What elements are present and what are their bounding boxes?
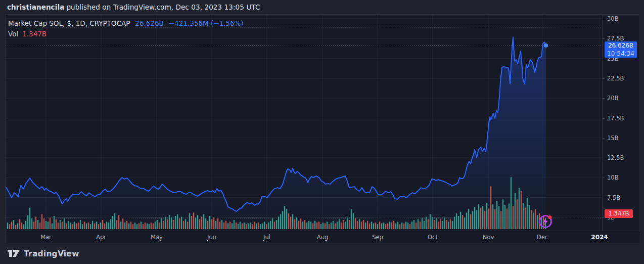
price-tick-label: 15B [607,135,619,142]
tradingview-brand-text[interactable]: TradingView [24,249,79,258]
price-tick-mark [603,158,605,158]
price-tick-label: 22.5B [607,75,624,82]
time-tick-label: Jun [207,234,216,241]
time-tick-label: May [151,234,163,241]
price-tick-mark [603,198,605,198]
publish-bar: christianencila published on TradingView… [0,0,644,14]
price-tick-mark [603,38,605,39]
volume-value: 1.347B [22,29,47,39]
time-tick-label: Apr [96,234,106,241]
price-tick-mark [603,59,605,59]
time-tick-label: Nov [483,234,494,241]
symbol-title: Market Cap SOL, $, 1D, CRYPTOCAP [8,19,130,28]
lightning-icon [535,211,556,232]
price-tick-mark [603,19,605,19]
symbol-change: −421.356M (−1.56%) [169,19,244,28]
price-tick-mark [603,178,605,178]
volume-badge: 1.347B [605,209,633,218]
price-tick-label: 12.5B [607,154,624,161]
price-tick-mark [603,78,605,79]
legend-volume-row[interactable]: Vol 1.347B [8,29,244,39]
price-tick-label: 30B [607,15,619,22]
tradingview-logo-icon[interactable] [7,249,20,258]
publish-author: christianencila [7,3,64,11]
current-price-badge: 26.626B 10:54:34 [605,41,637,58]
time-tick-label: Oct [428,234,438,241]
price-tick-label: 17.5B [607,115,624,122]
price-axis[interactable]: 26.626B 10:54:34 1.347B 30B27.5B25B22.5B… [602,15,639,231]
volume-label: Vol [8,29,18,39]
bar-countdown: 10:54:34 [605,50,637,58]
flash-marker-button[interactable] [535,211,556,232]
price-tick-label: 10B [607,174,619,181]
symbol-value: 26.626B [135,19,164,28]
price-tick-mark [603,138,605,139]
price-tick-label: 7.5B [607,194,620,201]
time-tick-label: Aug [317,234,328,241]
time-tick-label: Dec [537,234,548,241]
time-tick-label: Mar [40,234,52,241]
price-tick-label: 20B [607,95,619,102]
chart-plot-area[interactable]: Market Cap SOL, $, 1D, CRYPTOCAP 26.626B… [6,15,602,231]
chart-legend: Market Cap SOL, $, 1D, CRYPTOCAP 26.626B… [8,19,244,39]
current-price-value: 26.626B [605,41,637,50]
time-axis[interactable]: MarAprMayJunJulAugSepOctNovDec2024 [6,231,639,243]
time-tick-label: Jul [263,234,270,241]
legend-symbol-row[interactable]: Market Cap SOL, $, 1D, CRYPTOCAP 26.626B… [8,19,244,28]
price-chart-canvas[interactable] [6,15,602,231]
time-tick-label: Sep [372,234,383,241]
brand-bar: TradingView [0,243,644,264]
publish-text: published on TradingView.com, Dec 03, 20… [66,3,260,11]
time-tick-label: 2024 [591,234,608,241]
price-tick-mark [603,118,605,119]
notification-dot [548,215,551,219]
price-tick-mark [603,98,605,99]
chart-frame: Market Cap SOL, $, 1D, CRYPTOCAP 26.626B… [5,14,639,243]
